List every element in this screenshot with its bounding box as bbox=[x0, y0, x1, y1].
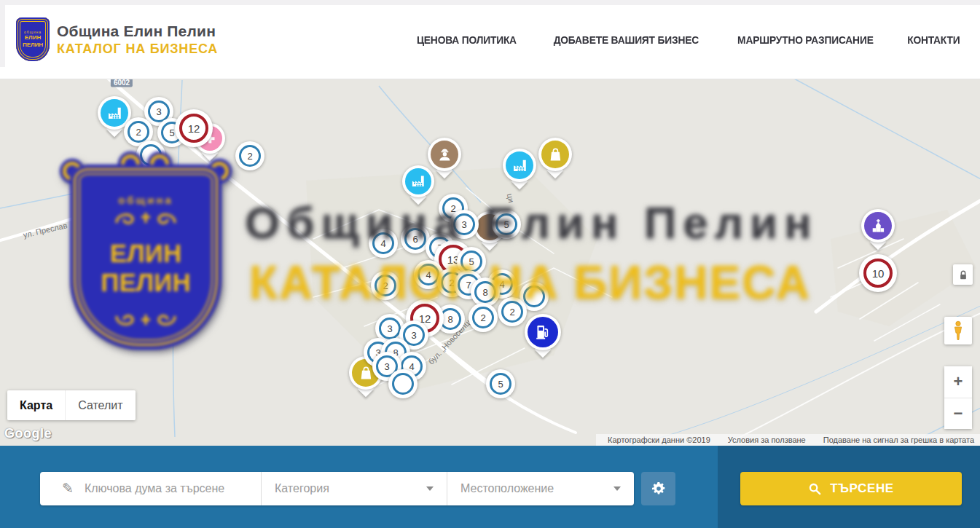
map-copyright: Картографски данни ©2019 bbox=[608, 436, 710, 444]
window-frame-top bbox=[0, 0, 980, 5]
crest-name-line1: ЕЛИН bbox=[25, 35, 41, 42]
search-box: ✎ Категория Местоположение bbox=[40, 472, 634, 505]
crest-shield: община ЕЛИН ПЕЛИН bbox=[70, 165, 222, 350]
google-logo[interactable]: Google bbox=[4, 426, 52, 441]
chevron-down-icon bbox=[614, 486, 621, 491]
nav-item-add-business[interactable]: ДОБАВЕТЕ ВАШИЯТ БИЗНЕС bbox=[554, 34, 699, 46]
logo-text: Община Елин Пелин КАТАЛОГ НА БИЗНЕСА bbox=[57, 23, 218, 57]
watermark-crest-logo: община ЕЛИН ПЕЛИН bbox=[64, 159, 227, 350]
lock-icon bbox=[958, 269, 968, 280]
construction-worker-icon bbox=[431, 141, 458, 168]
terms-link[interactable]: Условия за ползване bbox=[728, 436, 806, 444]
site-subtitle: КАТАЛОГ НА БИЗНЕСА bbox=[57, 42, 218, 57]
shopping-bag-icon bbox=[541, 141, 569, 168]
nav-item-contacts[interactable]: КОНТАКТИ bbox=[908, 34, 960, 46]
cluster-marker[interactable]: 2 bbox=[235, 141, 264, 170]
page: община ЕЛИН ПЕЛИН Община Елин Пелин КАТА… bbox=[0, 0, 980, 528]
municipality-crest-icon: община ЕЛИН ПЕЛИН bbox=[16, 17, 50, 61]
nav-item-pricing[interactable]: ЦЕНОВА ПОЛИТИКА bbox=[417, 34, 517, 46]
factory-icon bbox=[506, 151, 533, 179]
lock-control[interactable] bbox=[953, 264, 973, 285]
cluster-count: 12 bbox=[179, 114, 208, 143]
cluster-marker[interactable]: 10 bbox=[859, 254, 897, 292]
cluster-marker[interactable] bbox=[388, 369, 418, 398]
category-select-value: Категория bbox=[275, 482, 329, 495]
map-type-control: Карта Сателит bbox=[7, 390, 136, 420]
crest-name-line1: ЕЛИН bbox=[70, 239, 222, 268]
factory-icon bbox=[101, 99, 128, 127]
watermark-subtitle: КАТАЛОГ НА БИЗНЕСА bbox=[249, 256, 811, 310]
zoom-in-button[interactable]: + bbox=[944, 366, 972, 398]
watermark-title: Община Елин Пелин bbox=[245, 197, 818, 248]
search-panel: ✎ Категория Местоположение ТЪРСЕНЕ bbox=[0, 446, 980, 528]
site-title: Община Елин Пелин bbox=[57, 23, 218, 40]
nav-item-bus-schedule[interactable]: МАРШРУТНО РАЗПИСАНИЕ bbox=[737, 34, 874, 46]
keyword-field-wrap: ✎ bbox=[40, 472, 261, 505]
zoom-control: + − bbox=[944, 366, 972, 429]
pegman-icon bbox=[952, 320, 964, 341]
category-select[interactable]: Категория bbox=[261, 472, 447, 505]
map-pin-factory[interactable] bbox=[402, 165, 434, 197]
map-pin-factory[interactable] bbox=[503, 149, 536, 182]
map-type-map-button[interactable]: Карта bbox=[7, 390, 65, 420]
search-button[interactable]: ТЪРСЕНЕ bbox=[740, 472, 962, 505]
church-icon bbox=[864, 212, 892, 240]
factory-icon bbox=[405, 168, 431, 194]
cluster-count bbox=[392, 373, 414, 395]
cluster-count: 2 bbox=[472, 307, 494, 328]
report-error-link[interactable]: Подаване на сигнал за грешка в картата bbox=[823, 436, 974, 444]
cluster-marker[interactable]: 5 bbox=[486, 369, 515, 398]
map-pin-shopping-bag[interactable] bbox=[538, 138, 572, 171]
header: община ЕЛИН ПЕЛИН Община Елин Пелин КАТА… bbox=[0, 0, 980, 79]
crest-name-line2: ПЕЛИН bbox=[70, 268, 222, 297]
cluster-marker[interactable]: 12 bbox=[175, 109, 213, 147]
map-canvas[interactable]: ул. Преславбул. „Новоселцици6002 3251222… bbox=[0, 79, 980, 446]
pencil-icon: ✎ bbox=[62, 480, 74, 497]
crest-small-text: община bbox=[70, 194, 222, 206]
pegman-control[interactable] bbox=[944, 317, 972, 344]
crest-name-line2: ПЕЛИН bbox=[23, 42, 43, 49]
advanced-settings-button[interactable] bbox=[641, 472, 675, 505]
crest-ornament-divider bbox=[111, 207, 181, 229]
map-pin-church[interactable] bbox=[861, 209, 895, 243]
search-button-label: ТЪРСЕНЕ bbox=[830, 481, 894, 496]
map-type-satellite-button[interactable]: Сателит bbox=[65, 390, 135, 420]
map-pin-fuel-pump[interactable] bbox=[525, 314, 561, 350]
cluster-count: 10 bbox=[863, 259, 893, 288]
gear-icon bbox=[651, 481, 666, 496]
keyword-input[interactable] bbox=[83, 481, 246, 496]
location-select-value: Местоположение bbox=[460, 482, 554, 495]
zoom-out-button[interactable]: − bbox=[944, 398, 972, 430]
site-logo[interactable]: община ЕЛИН ПЕЛИН Община Елин Пелин КАТА… bbox=[16, 17, 218, 61]
crest-ornament-divider bbox=[111, 310, 181, 331]
window-frame-left bbox=[0, 0, 5, 67]
cluster-count: 3 bbox=[379, 318, 401, 339]
chevron-down-icon bbox=[426, 486, 434, 491]
fuel-pump-icon bbox=[528, 317, 558, 347]
main-nav: ЦЕНОВА ПОЛИТИКА ДОБАВЕТЕ ВАШИЯТ БИЗНЕС М… bbox=[412, 0, 963, 79]
search-icon bbox=[808, 482, 821, 495]
cluster-count: 5 bbox=[490, 373, 511, 395]
map-attribution: Картографски данни ©2019 Условия за полз… bbox=[596, 434, 980, 446]
location-select[interactable]: Местоположение bbox=[447, 472, 634, 505]
cluster-count: 2 bbox=[239, 145, 261, 167]
cluster-count: 2 bbox=[128, 121, 149, 143]
